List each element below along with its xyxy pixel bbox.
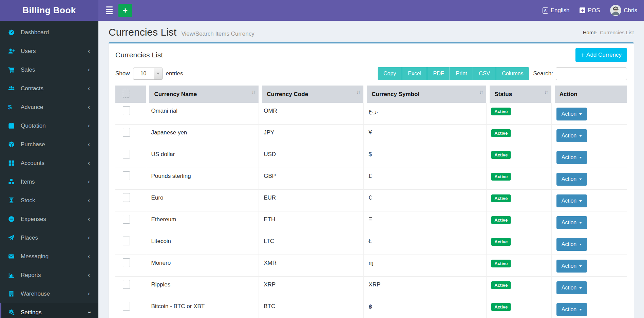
calendar-plus-icon bbox=[8, 123, 18, 129]
chevron-left-icon: ‹ bbox=[88, 48, 90, 55]
currency-name-cell: Ethereum bbox=[146, 211, 259, 233]
minus-circle-icon bbox=[8, 216, 18, 222]
sidebar-item-quotation[interactable]: Quotation‹ bbox=[0, 116, 98, 135]
sidebar-item-messaging[interactable]: Messaging‹ bbox=[0, 247, 98, 266]
entries-select[interactable]: 10 bbox=[133, 68, 163, 80]
action-dropdown-button[interactable]: Action bbox=[556, 238, 587, 251]
sidebar-item-users[interactable]: Users‹ bbox=[0, 42, 98, 60]
sidebar-item-sales[interactable]: Sales‹ bbox=[0, 60, 98, 79]
currency-symbol-cell: ر.ع. bbox=[363, 103, 486, 125]
action-cell: Action bbox=[551, 298, 627, 318]
print-export-button[interactable]: Print bbox=[450, 67, 473, 80]
table-row: Pounds sterlingGBP£ActiveAction bbox=[115, 168, 627, 190]
copy-export-button[interactable]: Copy bbox=[378, 67, 402, 80]
language-menu[interactable]: A English bbox=[543, 7, 570, 14]
column-header-currency-code[interactable]: Currency Code↓↑ bbox=[259, 86, 363, 103]
status-cell: Active bbox=[486, 168, 551, 190]
sidebar-item-places[interactable]: Places‹ bbox=[0, 228, 98, 247]
action-dropdown-button[interactable]: Action bbox=[556, 194, 587, 207]
action-dropdown-button[interactable]: Action bbox=[556, 151, 587, 164]
action-dropdown-button[interactable]: Action bbox=[556, 303, 587, 316]
caret-down-icon bbox=[579, 157, 582, 158]
user-menu[interactable]: Chris bbox=[610, 5, 637, 16]
sidebar-item-accounts[interactable]: Accounts‹ bbox=[0, 154, 98, 172]
row-checkbox[interactable] bbox=[123, 258, 130, 267]
chevron-left-icon: ‹ bbox=[88, 160, 90, 167]
entries-label: entries bbox=[166, 70, 183, 77]
people-icon bbox=[8, 85, 18, 92]
status-cell: Active bbox=[486, 146, 551, 168]
action-dropdown-button[interactable]: Action bbox=[556, 260, 587, 273]
column-header-currency-symbol[interactable]: Currency Symbol↓↑ bbox=[363, 86, 486, 103]
add-currency-button[interactable]: + Add Currency bbox=[575, 48, 627, 62]
row-checkbox[interactable] bbox=[123, 193, 130, 202]
sidebar-item-label: Users bbox=[21, 48, 36, 55]
sidebar-item-warehouse[interactable]: Warehouse‹ bbox=[0, 284, 98, 303]
caret-down-icon bbox=[579, 113, 582, 115]
column-header-label: Currency Symbol bbox=[372, 91, 419, 97]
sidebar-item-dashboard[interactable]: Dashboard bbox=[0, 23, 98, 42]
select-all-header[interactable] bbox=[115, 86, 146, 103]
sidebar-item-label: Advance bbox=[21, 104, 43, 111]
action-button-label: Action bbox=[562, 285, 576, 291]
chevron-left-icon: ‹ bbox=[88, 216, 90, 223]
column-header-currency-name[interactable]: Currency Name↓↑ bbox=[146, 86, 259, 103]
sidebar-toggle-button[interactable] bbox=[103, 4, 115, 17]
sidebar-item-settings[interactable]: Settings‹ bbox=[0, 303, 98, 318]
row-checkbox[interactable] bbox=[123, 237, 130, 245]
excel-export-button[interactable]: Excel bbox=[402, 67, 427, 80]
plus-icon: + bbox=[123, 6, 128, 15]
csv-export-button[interactable]: CSV bbox=[473, 67, 496, 80]
sidebar-item-label: Dashboard bbox=[21, 29, 49, 36]
table-row: US dollarUSD$ActiveAction bbox=[115, 146, 627, 168]
currency-name-cell: Monero bbox=[146, 255, 259, 277]
chevron-left-icon: ‹ bbox=[88, 85, 90, 92]
sidebar-item-stock[interactable]: Stock‹ bbox=[0, 191, 98, 210]
row-checkbox[interactable] bbox=[123, 215, 130, 224]
action-dropdown-button[interactable]: Action bbox=[556, 129, 587, 142]
app-window: Billing Book + A English + POS bbox=[0, 0, 644, 318]
action-dropdown-button[interactable]: Action bbox=[556, 281, 587, 294]
breadcrumb-home-link[interactable]: Home bbox=[581, 30, 591, 35]
sidebar-item-reports[interactable]: Reports‹ bbox=[0, 266, 98, 284]
status-cell: Active bbox=[486, 233, 551, 255]
currency-code-cell: EUR bbox=[259, 190, 363, 211]
action-dropdown-button[interactable]: Action bbox=[556, 216, 587, 229]
currency-name-cell: Bitcoin - BTC or XBT bbox=[146, 298, 259, 318]
action-dropdown-button[interactable]: Action bbox=[556, 173, 587, 186]
action-cell: Action bbox=[551, 168, 627, 190]
column-header-status[interactable]: Status↓↑ bbox=[486, 86, 551, 103]
search-input[interactable] bbox=[556, 67, 627, 80]
table-row: EthereumETHΞActiveAction bbox=[115, 211, 627, 233]
action-cell: Action bbox=[551, 211, 627, 233]
action-dropdown-button[interactable]: Action bbox=[556, 108, 587, 120]
quick-add-button[interactable]: + bbox=[118, 4, 132, 17]
sidebar-item-contacts[interactable]: Contacts‹ bbox=[0, 79, 98, 98]
row-checkbox-cell bbox=[115, 255, 146, 277]
row-checkbox[interactable] bbox=[123, 171, 130, 180]
sidebar-item-advance[interactable]: $Advance‹ bbox=[0, 98, 98, 116]
action-button-label: Action bbox=[562, 263, 576, 269]
table-row: RipplesXRPXRPActiveAction bbox=[115, 277, 627, 298]
column-header-label: Currency Code bbox=[267, 91, 308, 97]
action-button-label: Action bbox=[562, 241, 576, 247]
sidebar-item-expenses[interactable]: Expenses‹ bbox=[0, 210, 98, 228]
table-wrapper: Currency Name↓↑Currency Code↓↑Currency S… bbox=[109, 86, 634, 318]
sidebar-item-purchase[interactable]: Purchase‹ bbox=[0, 135, 98, 154]
action-button-label: Action bbox=[562, 306, 576, 313]
cart-icon bbox=[8, 67, 18, 73]
sidebar-item-items[interactable]: Items‹ bbox=[0, 172, 98, 191]
row-checkbox[interactable] bbox=[123, 106, 130, 115]
brand-logo[interactable]: Billing Book bbox=[0, 0, 98, 21]
action-cell: Action bbox=[551, 103, 627, 125]
row-checkbox[interactable] bbox=[123, 150, 130, 158]
pdf-export-button[interactable]: PDF bbox=[427, 67, 450, 80]
row-checkbox[interactable] bbox=[123, 302, 130, 311]
plus-icon: + bbox=[581, 51, 585, 59]
row-checkbox[interactable] bbox=[123, 280, 130, 289]
status-badge: Active bbox=[491, 129, 511, 137]
row-checkbox[interactable] bbox=[123, 128, 130, 137]
pos-button[interactable]: + POS bbox=[580, 7, 600, 14]
columns-export-button[interactable]: Columns bbox=[496, 67, 529, 80]
select-all-checkbox[interactable] bbox=[123, 89, 130, 98]
